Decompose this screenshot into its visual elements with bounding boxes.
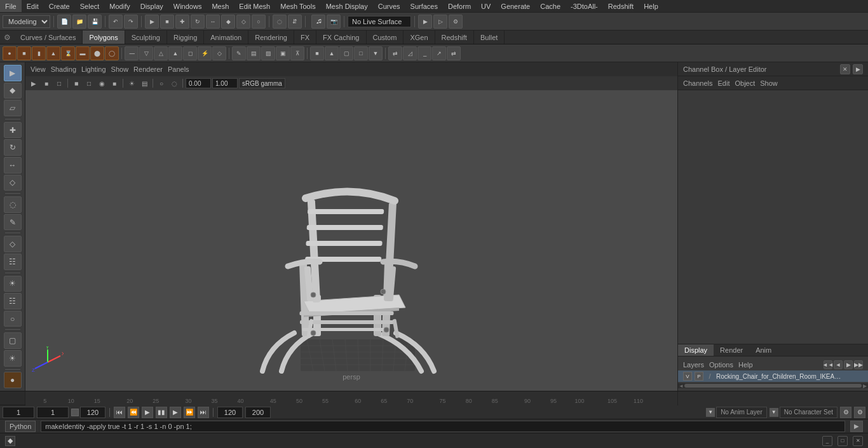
show-manipulator-btn[interactable]: ◇ (236, 15, 250, 29)
show-manip-btn[interactable]: ◇ (4, 236, 22, 252)
go-end-btn[interactable]: ⏭ (198, 407, 209, 418)
command-input[interactable]: makeIdentity -apply true -t 1 -r 1 -s 1 … (41, 421, 845, 432)
script-editor-btn[interactable]: ▶ (850, 421, 863, 432)
select-mode-btn[interactable]: ▶ (4, 65, 22, 81)
move-btn[interactable]: ✚ (4, 122, 22, 139)
pencil-icon[interactable]: ✎ (232, 46, 246, 60)
separate-icon[interactable]: ▨ (261, 46, 275, 60)
viewport[interactable]: View Shading Lighting Show Renderer Pane… (25, 62, 677, 391)
menu-modify[interactable]: Modify (104, 0, 135, 12)
move-tool-btn[interactable]: ✚ (175, 15, 189, 29)
tab-polygons[interactable]: Polygons (83, 31, 125, 44)
smooth-shade-btn[interactable]: ◉ (96, 78, 107, 89)
tab-settings-btn[interactable]: ⚙ (0, 31, 14, 44)
stop-btn[interactable]: ▮▮ (156, 407, 167, 418)
layer-playback-btn[interactable]: P (695, 372, 703, 381)
soft-mod-btn[interactable]: ◌ (4, 196, 22, 213)
shadow-btn[interactable]: ▤ (139, 78, 150, 89)
lighting-menu[interactable]: Lighting (81, 65, 106, 73)
window-close-btn[interactable]: ✕ (853, 436, 863, 446)
texture-btn[interactable]: ■ (109, 78, 120, 89)
tab-sculpting[interactable]: Sculpting (125, 31, 167, 44)
camera-select-btn[interactable]: ▶ (28, 78, 39, 89)
python-label[interactable]: Python (5, 421, 36, 432)
menu-windows[interactable]: Windows (168, 0, 207, 12)
play-fwd-btn[interactable]: ▶ (170, 407, 181, 418)
soccer-icon[interactable]: ⚡ (198, 46, 212, 60)
tab-rigging[interactable]: Rigging (167, 31, 204, 44)
menu-file[interactable]: File (0, 0, 22, 12)
snap-points-btn[interactable]: ○ (252, 15, 266, 29)
layers-subtab[interactable]: Layers (683, 361, 704, 369)
anim-prefs-btn[interactable]: ⚙ (840, 407, 851, 418)
edit-tab[interactable]: Edit (717, 79, 729, 87)
anim-options-btn[interactable]: ⚙ (854, 407, 865, 418)
channels-tab[interactable]: Channels (683, 79, 712, 87)
layer-scrollbar[interactable] (684, 384, 862, 388)
soft-select-btn[interactable]: ◌ (273, 15, 287, 29)
menu-redshift[interactable]: Redshift (603, 0, 639, 12)
step-back-btn[interactable]: ⏪ (128, 407, 139, 418)
layer-scroll-right[interactable]: ▶ (862, 383, 868, 388)
tab-rendering[interactable]: Rendering (248, 31, 294, 44)
window-minimize-btn[interactable]: _ (822, 436, 832, 446)
tab-bullet[interactable]: Bullet (474, 31, 505, 44)
show-tab[interactable]: Show (760, 79, 778, 87)
channel-box-close-btn[interactable]: ✕ (840, 64, 850, 74)
frame-end-field[interactable]: 120 (217, 407, 243, 418)
universal-tool-btn[interactable]: ◆ (221, 15, 235, 29)
redshift-render-btn[interactable]: ● (4, 372, 22, 388)
extrude-icon[interactable]: ↗ (432, 46, 446, 60)
rotate-btn[interactable]: ↻ (4, 139, 22, 156)
object-tab[interactable]: Object (735, 79, 755, 87)
layer-visibility-btn[interactable]: V (683, 372, 692, 381)
layer-scroll-left[interactable]: ◄ (678, 383, 684, 388)
menu-create[interactable]: Create (44, 0, 75, 12)
renderer-menu[interactable]: Renderer (133, 65, 163, 73)
tab-xgen[interactable]: XGen (403, 31, 435, 44)
render-btn[interactable]: ▶ (418, 15, 432, 29)
menu-cache[interactable]: Cache (535, 0, 566, 12)
step-fwd-btn[interactable]: ⏩ (184, 407, 195, 418)
helix-icon[interactable]: ⸻ (125, 46, 139, 60)
render-settings-btn[interactable]: ⚙ (449, 15, 463, 29)
cylinder-icon[interactable]: ▮ (32, 46, 46, 60)
menu-deform[interactable]: Deform (443, 0, 476, 12)
show-menu[interactable]: Show (111, 65, 129, 73)
frame-range-end-field[interactable]: 120 (80, 407, 105, 418)
grid-btn[interactable]: ☷ (4, 254, 22, 270)
layer-scroll[interactable]: ◄ ▶ (678, 383, 868, 388)
wireframe-btn[interactable]: □ (83, 78, 95, 89)
bevel-icon[interactable]: ◿ (403, 46, 417, 60)
current-frame-field[interactable]: 1 (37, 407, 69, 418)
camera-btn[interactable]: ▢ (4, 332, 22, 349)
view-menu[interactable]: View (31, 65, 46, 73)
universal-transform-btn[interactable]: ◇ (4, 175, 22, 191)
go-start-btn[interactable]: ⏮ (114, 407, 125, 418)
camera-options-btn[interactable]: ■ (41, 78, 52, 89)
frame-range-checkbox[interactable] (71, 409, 79, 416)
menu-mesh[interactable]: Mesh (207, 0, 234, 12)
window-icon[interactable]: ◆ (5, 436, 15, 446)
options-subtab[interactable]: Options (709, 361, 733, 369)
help-subtab[interactable]: Help (738, 361, 753, 369)
lasso-btn[interactable]: ▱ (4, 100, 22, 116)
lasso-select-btn[interactable]: ■ (160, 15, 174, 29)
layer-nav-prev[interactable]: ◄ (834, 360, 843, 369)
color-space-dropdown[interactable]: sRGB gamma (239, 78, 285, 88)
camera-roll-field[interactable]: 0.00 (186, 78, 211, 88)
pyramid-icon[interactable]: ▲ (168, 46, 182, 60)
torus-icon[interactable]: ⌛ (61, 46, 75, 60)
triangulate-icon[interactable]: ▲ (325, 46, 339, 60)
total-frames-field[interactable]: 200 (245, 407, 271, 418)
pipe2-icon[interactable]: ◻ (183, 46, 197, 60)
pipe-icon[interactable]: ◯ (105, 46, 119, 60)
rotate-tool-btn[interactable]: ↻ (191, 15, 205, 29)
make-live-btn[interactable]: ☀ (4, 276, 22, 292)
plane-icon[interactable]: ▬ (76, 46, 90, 60)
tab-custom[interactable]: Custom (367, 31, 404, 44)
tab-redshift[interactable]: Redshift (435, 31, 474, 44)
reduce-icon[interactable]: ▼ (369, 46, 383, 60)
tab-fx[interactable]: FX (294, 31, 316, 44)
timeline-ruler[interactable]: 5 10 15 20 25 30 35 40 45 50 55 60 65 70… (25, 391, 677, 405)
